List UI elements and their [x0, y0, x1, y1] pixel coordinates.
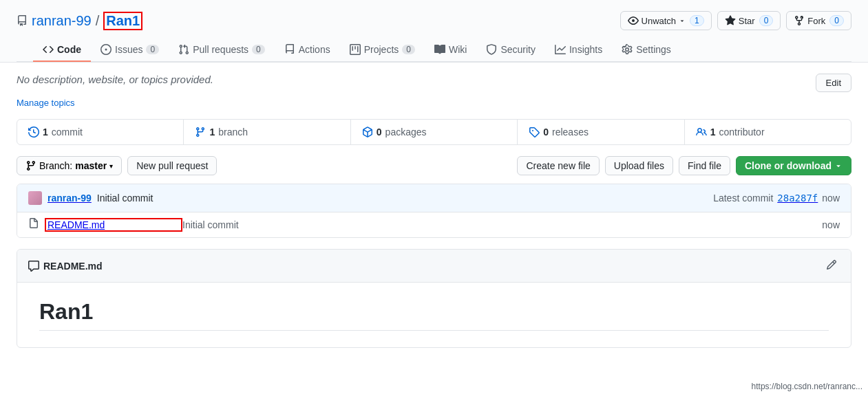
branch-name: master — [75, 160, 107, 171]
tab-projects-label: Projects — [364, 44, 399, 55]
tab-pull-requests[interactable]: Pull requests 0 — [169, 39, 275, 62]
fork-count: 0 — [829, 15, 844, 26]
tab-projects[interactable]: Projects 0 — [340, 39, 425, 62]
repo-owner-link[interactable]: ranran-99 — [32, 13, 92, 29]
packages-label: packages — [385, 127, 427, 138]
commits-label: commit — [52, 127, 83, 138]
branches-count: 1 — [209, 127, 215, 138]
watch-button[interactable]: Unwatch 1 — [620, 11, 712, 30]
projects-icon — [350, 44, 361, 55]
actions-icon — [284, 44, 295, 55]
readme-icon — [28, 261, 39, 272]
clone-or-download-button[interactable]: Clone or download — [736, 156, 851, 175]
tab-pr-badge: 0 — [252, 45, 265, 54]
repo-name: Ran1 — [103, 12, 142, 30]
tab-issues[interactable]: Issues 0 — [91, 39, 169, 62]
edit-description-button[interactable]: Edit — [816, 74, 851, 92]
stat-commits[interactable]: 1 commit — [17, 120, 184, 144]
contributors-label: contributor — [719, 127, 764, 138]
clone-chevron-icon — [834, 162, 843, 170]
tab-pr-label: Pull requests — [193, 44, 248, 55]
tab-insights[interactable]: Insights — [545, 39, 612, 62]
commit-author: ranran-99 — [47, 193, 92, 204]
readme-heading: Ran1 — [39, 299, 829, 331]
commit-time: now — [822, 193, 840, 204]
code-icon — [43, 44, 54, 55]
tab-security[interactable]: Security — [476, 39, 545, 62]
releases-label: releases — [552, 127, 589, 138]
tab-actions-label: Actions — [299, 44, 330, 55]
find-file-button[interactable]: Find file — [679, 156, 730, 175]
tab-wiki[interactable]: Wiki — [425, 39, 476, 62]
stat-branches[interactable]: 1 branch — [184, 120, 350, 144]
readme-body: Ran1 — [17, 283, 851, 347]
latest-commit-label: Latest commit — [713, 193, 773, 204]
branch-prefix: Branch: — [39, 160, 72, 171]
tab-insights-label: Insights — [569, 44, 602, 55]
repo-owner-text: ranran-99 — [32, 13, 92, 29]
repo-separator: / — [96, 13, 100, 29]
description-text: No description, website, or topics provi… — [17, 74, 213, 85]
action-bar-left: Branch: master ▾ New pull request — [17, 156, 217, 175]
readme-filename: README.md — [47, 219, 105, 230]
branch-selector[interactable]: Branch: master ▾ — [17, 156, 122, 175]
edit-pencil-icon — [826, 259, 837, 270]
readme-title-text: README.md — [43, 261, 103, 272]
manage-topics-link[interactable]: Manage topics — [17, 98, 851, 108]
commit-hash: 28a287f — [777, 193, 818, 204]
star-button[interactable]: Star 0 — [717, 11, 781, 30]
commit-author-link[interactable]: ranran-99 — [47, 193, 92, 204]
stat-releases[interactable]: 0 releases — [518, 120, 684, 144]
stats-row: 1 commit 1 branch 0 packages 0 releases … — [17, 119, 851, 145]
packages-icon — [362, 127, 373, 138]
contributors-count: 1 — [710, 127, 716, 138]
commit-bar: ranran-99 Initial commit Latest commit 2… — [17, 184, 851, 212]
repo-tabs: Code Issues 0 Pull requests 0 Actions Pr… — [17, 39, 851, 62]
readme-file-link[interactable]: README.md — [47, 219, 105, 230]
stat-packages[interactable]: 0 packages — [351, 120, 518, 144]
pr-icon — [178, 44, 189, 55]
watch-label: Unwatch — [642, 16, 677, 26]
file-name[interactable]: README.md — [45, 218, 182, 232]
branch-selector-icon — [25, 160, 36, 171]
star-count: 0 — [759, 15, 774, 26]
tab-wiki-label: Wiki — [449, 44, 467, 55]
edit-readme-button[interactable] — [823, 256, 840, 275]
eye-icon — [628, 15, 639, 26]
file-row: README.md Initial commit now — [17, 212, 851, 237]
tab-security-label: Security — [500, 44, 536, 55]
create-new-file-button[interactable]: Create new file — [517, 156, 599, 175]
upload-files-button[interactable]: Upload files — [605, 156, 673, 175]
commit-hash-link[interactable]: 28a287f — [777, 193, 818, 204]
new-pull-request-button[interactable]: New pull request — [127, 156, 217, 175]
settings-icon — [622, 44, 633, 55]
readme-section: README.md Ran1 — [17, 249, 851, 348]
releases-icon — [529, 127, 540, 138]
tab-code-label: Code — [57, 44, 81, 55]
readme-title: README.md — [28, 261, 103, 272]
tab-actions[interactable]: Actions — [275, 39, 340, 62]
tab-settings[interactable]: Settings — [612, 39, 681, 62]
chevron-down-icon — [679, 17, 686, 24]
file-table: ranran-99 Initial commit Latest commit 2… — [17, 184, 851, 238]
tab-issues-badge: 0 — [146, 45, 159, 54]
file-commit-msg: Initial commit — [182, 219, 822, 230]
main-content: No description, website, or topics provi… — [0, 63, 868, 359]
stat-contributors[interactable]: 1 contributor — [685, 120, 851, 144]
fork-button[interactable]: Fork 0 — [786, 11, 851, 30]
repo-header-actions: Unwatch 1 Star 0 Fork 0 — [620, 11, 851, 30]
insights-icon — [555, 44, 566, 55]
repo-book-icon — [17, 15, 28, 26]
packages-count: 0 — [377, 127, 382, 138]
file-time: now — [822, 219, 840, 230]
star-label: Star — [739, 16, 755, 26]
branch-icon — [195, 127, 206, 138]
tab-issues-label: Issues — [115, 44, 142, 55]
wiki-icon — [434, 44, 445, 55]
tab-projects-badge: 0 — [402, 45, 415, 54]
fork-icon — [794, 15, 805, 26]
branches-label: branch — [218, 127, 248, 138]
avatar — [28, 191, 42, 205]
tab-code[interactable]: Code — [33, 39, 91, 62]
file-icon — [28, 218, 39, 232]
